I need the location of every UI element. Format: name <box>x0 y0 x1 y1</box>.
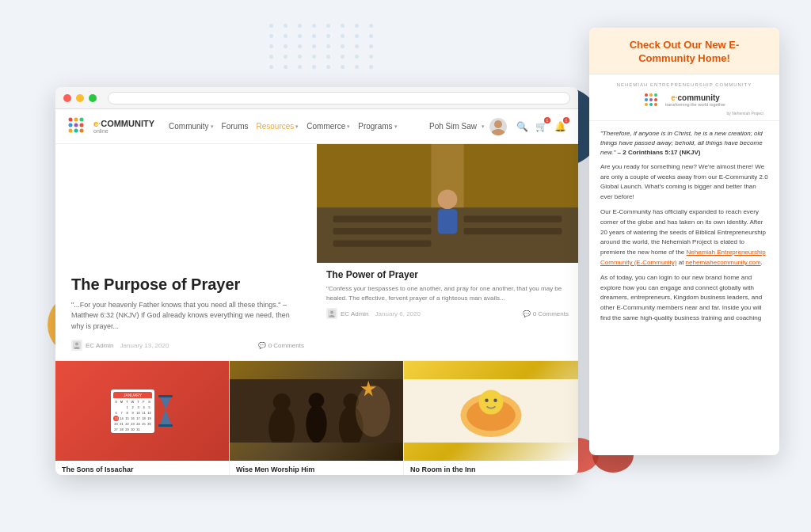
right-post-comments[interactable]: 💬 0 Comments <box>523 310 569 317</box>
svg-rect-30 <box>158 395 173 397</box>
bottom-post-issachar[interactable]: JANUARY SMTWTFS 12345 6789101112 1314151… <box>55 361 230 475</box>
svg-point-45 <box>485 399 488 402</box>
author-icon <box>71 340 82 351</box>
panel-logo-prefix: e· <box>671 93 677 102</box>
feature-post-comments[interactable]: 💬 0 Comments <box>258 342 304 349</box>
bottom-posts-row: JANUARY SMTWTFS 12345 6789101112 1314151… <box>55 360 578 475</box>
svg-point-2 <box>69 117 73 121</box>
search-icon[interactable]: 🔍 <box>515 120 529 134</box>
nav-item-programs[interactable]: Programs ▾ <box>358 122 397 131</box>
feature-post-excerpt: "...For your heavenly Father knows that … <box>71 300 304 332</box>
svg-point-46 <box>493 399 497 402</box>
site-content: The Purpose of Prayer "...For your heave… <box>55 144 578 475</box>
logo-text: e·COMMUNITY <box>93 119 154 128</box>
svg-point-12 <box>491 129 505 135</box>
bottom-post-title-issachar: The Sons of Issachar <box>55 461 229 475</box>
svg-point-10 <box>80 128 84 132</box>
author-name: EC Admin <box>86 342 114 349</box>
svg-point-8 <box>69 128 73 132</box>
panel-header-title: Check Out Our New E-Community Home! <box>602 39 767 66</box>
panel-quote-ref: – 2 Corinthians 5:17 (NKJV) <box>618 149 701 156</box>
browser-minimize-btn[interactable] <box>76 94 84 102</box>
site-logo[interactable]: e·COMMUNITY online <box>67 116 154 138</box>
bottom-post-wisemen[interactable]: Wise Men Worship Him <box>230 361 404 475</box>
chevron-down-icon-resources: ▾ <box>295 124 299 130</box>
svg-point-44 <box>479 390 504 415</box>
right-post-meta: EC Admin January 6, 2020 💬 0 Comments <box>326 308 569 319</box>
panel-header: Check Out Our New E-Community Home! <box>589 28 779 74</box>
author-icon-right <box>326 308 337 319</box>
svg-point-48 <box>649 93 653 97</box>
user-avatar[interactable] <box>489 118 507 135</box>
logo-icon <box>67 116 89 138</box>
nav-item-community[interactable]: Community ▾ <box>169 122 214 131</box>
panel-brand: e·community transforming the world toget… <box>602 92 767 116</box>
svg-point-49 <box>654 93 657 97</box>
site-navbar: e·COMMUNITY online Community ▾ Forums Re… <box>55 109 578 144</box>
panel-body-p3: As of today, you can login to our new br… <box>600 273 768 324</box>
browser-mockup: e·COMMUNITY online Community ▾ Forums Re… <box>55 87 578 475</box>
ecommunity-link[interactable]: nehemiahecommunity.com <box>686 259 761 266</box>
svg-rect-24 <box>438 209 458 234</box>
svg-marker-29 <box>159 395 172 427</box>
nav-items: Community ▾ Forums Resources ▾ Commerce … <box>169 122 421 131</box>
svg-rect-19 <box>333 228 432 234</box>
svg-point-35 <box>306 405 326 443</box>
browser-bar <box>55 87 578 109</box>
feature-church-image <box>317 144 578 263</box>
post-date: January 13, 2020 <box>120 342 169 349</box>
notification-badge: 1 <box>563 117 569 124</box>
feature-post-author: EC Admin January 13, 2020 <box>71 340 169 351</box>
svg-rect-21 <box>464 215 562 222</box>
svg-point-9 <box>74 128 78 132</box>
panel-body-p1: Are you ready for something new? We're a… <box>600 162 768 203</box>
nav-item-forums[interactable]: Forums <box>222 122 249 131</box>
bell-icon[interactable]: 🔔 1 <box>553 120 567 134</box>
right-post-info: The Power of Prayer "Confess your trespa… <box>317 263 578 360</box>
nav-item-resources[interactable]: Resources ▾ <box>257 122 299 131</box>
panel-content: "Therefore, if anyone is in Christ, he i… <box>589 121 779 422</box>
panel-logo-area: NEHEMIAH ENTREPRENEURSHIP COMMUNITY <box>589 74 779 121</box>
right-panel: Check Out Our New E-Community Home! NEHE… <box>589 28 779 455</box>
browser-url-bar[interactable] <box>108 92 570 104</box>
bottom-post-noroom[interactable]: No Room in the Inn <box>404 361 578 475</box>
panel-logo-tagline: transforming the world together <box>665 102 725 107</box>
bottom-img-calendar: JANUARY SMTWTFS 12345 6789101112 1314151… <box>55 361 229 461</box>
right-post-column: The Power of Prayer "Confess your trespa… <box>317 144 578 360</box>
svg-point-14 <box>75 343 78 346</box>
browser-maximize-btn[interactable] <box>89 94 97 102</box>
panel-logo-name: community <box>678 93 720 102</box>
feature-post: The Purpose of Prayer "...For your heave… <box>55 144 317 360</box>
svg-rect-20 <box>333 240 432 246</box>
nav-user[interactable]: Poh Sim Saw ▾ <box>429 118 507 135</box>
svg-point-34 <box>273 393 291 411</box>
svg-point-11 <box>494 120 502 128</box>
svg-point-40 <box>356 385 390 437</box>
panel-logo-label: NEHEMIAH ENTREPRENEURSHIP COMMUNITY <box>602 82 767 87</box>
nav-icons: 🔍 🛒 1 🔔 1 <box>515 120 567 134</box>
right-author-name: EC Admin <box>341 310 369 317</box>
bottom-img-baby <box>404 361 578 461</box>
browser-close-btn[interactable] <box>63 94 71 102</box>
feature-post-title[interactable]: The Purpose of Prayer <box>71 275 304 294</box>
chevron-down-icon-commerce: ▾ <box>347 124 350 130</box>
svg-rect-18 <box>333 215 432 222</box>
svg-point-36 <box>309 393 325 408</box>
bottom-post-title-noroom: No Room in the Inn <box>404 461 578 475</box>
user-chevron-icon: ▾ <box>482 124 485 130</box>
cart-icon[interactable]: 🛒 1 <box>534 120 548 134</box>
right-post-author: EC Admin January 6, 2020 <box>326 308 421 319</box>
svg-point-54 <box>649 103 653 106</box>
panel-body-p2: Our E-Community has officially expanded … <box>600 207 768 268</box>
svg-point-7 <box>80 123 84 127</box>
svg-rect-31 <box>158 424 173 427</box>
panel-body: Are you ready for something new? We're a… <box>600 162 768 324</box>
right-post-title[interactable]: The Power of Prayer <box>326 269 569 280</box>
bottom-img-nativity <box>230 361 403 461</box>
chevron-down-icon: ▾ <box>211 124 214 130</box>
svg-point-50 <box>645 98 648 101</box>
user-name: Poh Sim Saw <box>429 122 477 131</box>
nav-item-commerce[interactable]: Commerce ▾ <box>307 122 350 131</box>
chevron-down-icon-programs: ▾ <box>394 124 398 130</box>
logo-subtext: online <box>93 128 154 134</box>
